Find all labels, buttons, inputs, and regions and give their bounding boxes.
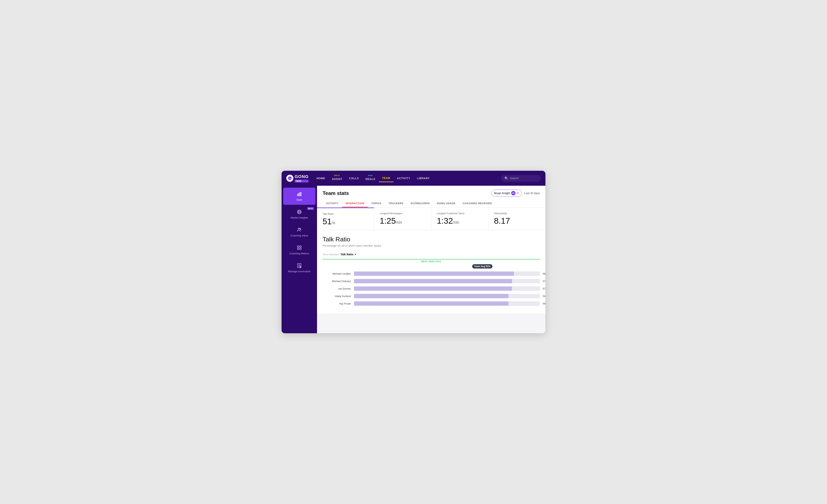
- svg-rect-2: [297, 194, 298, 196]
- bar-track: 56 %: [354, 301, 540, 306]
- longest-monologue-value: 1:25min: [380, 217, 426, 225]
- longest-customer-story-label: Longest Customer Story: [437, 212, 483, 215]
- sidebar: Stats BETA Market Insights: [282, 186, 317, 333]
- svg-point-1: [289, 178, 290, 179]
- chevron-down-icon: ▼: [517, 192, 519, 194]
- bar-fill: [354, 301, 508, 306]
- bar-name: Michael Lhuillier: [323, 272, 354, 275]
- sidebar-item-label-market-insights: Market Insights: [291, 216, 308, 219]
- bar-fill: [354, 272, 514, 276]
- bar-name: Michael Fedorka: [323, 280, 354, 283]
- longest-customer-story-value: 1:32min: [437, 217, 483, 225]
- tab-topics[interactable]: TOPICS: [368, 200, 385, 207]
- date-range: Last 30 days: [524, 191, 540, 195]
- nav-item-calls[interactable]: CALLS: [346, 175, 362, 182]
- svg-rect-10: [297, 246, 299, 247]
- bar-track: 57 %: [354, 286, 540, 291]
- logo-area: GONG DEMO: [286, 174, 308, 182]
- metric-card-interactivity[interactable]: Interactivity 8.17: [489, 208, 545, 230]
- bar-chart-icon: [297, 191, 302, 197]
- metric-card-longest-customer-story[interactable]: Longest Customer Story 1:32min: [431, 208, 489, 230]
- sidebar-item-label-stats: Stats: [296, 198, 302, 201]
- interactivity-value: 8.17: [494, 217, 540, 225]
- bar-value: 56 %: [543, 302, 545, 305]
- bar-value: 56 %: [543, 295, 545, 298]
- user-selector-label: Bryan Knight: [494, 191, 510, 195]
- deals-new-badge: NEW: [367, 174, 374, 177]
- tab-trackers[interactable]: TRACKERS: [385, 200, 407, 207]
- globe-icon: [297, 209, 302, 215]
- search-input[interactable]: [510, 177, 538, 180]
- main-layout: Stats BETA Market Insights: [282, 186, 545, 333]
- chart-section: Talk Ratio Percentage of call in which t…: [317, 230, 545, 314]
- nav-item-home[interactable]: HOME: [313, 175, 328, 182]
- bar-fill: [354, 286, 512, 291]
- chart-title: Talk Ratio: [323, 236, 540, 243]
- tab-activity[interactable]: ACTIVITY: [323, 200, 342, 207]
- user-selector[interactable]: Bryan Knight 42 ▼: [491, 190, 522, 197]
- talk-ratio-value: 51%: [323, 217, 369, 226]
- svg-rect-11: [300, 246, 301, 247]
- scorecard-icon: [297, 263, 302, 268]
- chart-area: BEST PRACTICE Team Avg 51% Michael Lhuil…: [323, 259, 540, 307]
- bar-value: 57 %: [543, 280, 545, 283]
- bar-fill: [354, 294, 508, 298]
- tab-coaching-received[interactable]: COACHING RECEIVED: [459, 200, 495, 207]
- table-row: Ilay Prude 56 %: [323, 300, 540, 307]
- bar-track: 57 %: [354, 279, 540, 283]
- user-count-badge: 42: [511, 191, 516, 195]
- sort-label: Team Member: [323, 253, 339, 256]
- svg-point-9: [300, 228, 301, 229]
- bar-name: Ian Duman: [323, 287, 354, 290]
- table-row: Ian Duman 57 %: [323, 285, 540, 292]
- sort-dropdown[interactable]: Talk Ratio ▼: [340, 253, 356, 256]
- nav-item-assist[interactable]: BETA ASSIST: [329, 174, 346, 182]
- search-icon: 🔍: [504, 176, 508, 180]
- talk-ratio-label: Talk Ratio: [323, 213, 369, 215]
- svg-rect-13: [300, 248, 301, 249]
- bar-name: Ilay Prude: [323, 302, 354, 305]
- grid-icon: [297, 245, 302, 250]
- nav-item-library[interactable]: LIBRARY: [414, 175, 433, 182]
- content-top-row: Team stats Bryan Knight 42 ▼ Last 30 day…: [323, 190, 540, 197]
- team-avg-badge: Team Avg 51%: [472, 264, 492, 269]
- metric-card-longest-monologue[interactable]: Longest Monologue 1:25min: [374, 208, 431, 230]
- metric-card-talk-ratio[interactable]: Talk Ratio 51%: [317, 208, 374, 230]
- nav-items: HOME BETA ASSIST CALLS NEW DEALS TEAM AC…: [313, 174, 500, 182]
- gong-logo-icon: [286, 175, 293, 182]
- sidebar-item-label-coaching-inbox: Coaching Inbox: [290, 234, 308, 237]
- search-box[interactable]: 🔍: [501, 175, 541, 182]
- sidebar-item-market-insights[interactable]: BETA Market Insights: [283, 206, 315, 223]
- nav-item-team[interactable]: TEAM: [379, 174, 393, 182]
- sidebar-item-coaching-inbox[interactable]: Coaching Inbox: [283, 223, 315, 240]
- svg-rect-4: [300, 192, 301, 196]
- chevron-down-icon: ▼: [354, 253, 356, 256]
- top-nav: GONG DEMO HOME BETA ASSIST CALLS NEW DEA…: [282, 171, 545, 186]
- svg-rect-3: [299, 193, 300, 196]
- table-row: Haley Kurland 56 %: [323, 293, 540, 299]
- nav-item-deals[interactable]: NEW DEALS: [362, 174, 379, 182]
- chart-controls: Team Member Talk Ratio ▼: [323, 253, 540, 256]
- bar-value: 57 %: [543, 287, 545, 290]
- tab-gong-usage[interactable]: GONG USAGE: [433, 200, 459, 207]
- interactivity-label: Interactivity: [494, 212, 540, 215]
- sidebar-item-label-manage-scorecards: Manage scorecards: [288, 270, 310, 273]
- tab-interaction[interactable]: INTERACTION: [342, 200, 368, 207]
- tab-scorecards[interactable]: SCORECARDS: [407, 200, 433, 207]
- best-practice-line: [323, 259, 540, 260]
- bar-name: Haley Kurland: [323, 295, 354, 298]
- longest-monologue-label: Longest Monologue: [380, 212, 426, 215]
- table-row: Michael Fedorka 57 %: [323, 278, 540, 284]
- bar-track: 58 %: [354, 272, 540, 276]
- sidebar-item-manage-scorecards[interactable]: Manage scorecards: [283, 259, 315, 276]
- bar-track: 56 %: [354, 294, 540, 298]
- sidebar-item-coaching-metrics[interactable]: Coaching Metrics: [283, 241, 315, 259]
- market-insights-beta-badge: BETA: [307, 207, 314, 210]
- chart-subtitle: Percentage of call in which team member …: [323, 244, 540, 247]
- nav-item-activity[interactable]: ACTIVITY: [394, 175, 414, 182]
- svg-rect-12: [297, 248, 299, 249]
- content-header: Team stats Bryan Knight 42 ▼ Last 30 day…: [317, 186, 545, 208]
- app-window: GONG DEMO HOME BETA ASSIST CALLS NEW DEA…: [282, 171, 545, 333]
- sidebar-item-stats[interactable]: Stats: [283, 188, 315, 205]
- assist-beta-badge: BETA: [333, 174, 341, 177]
